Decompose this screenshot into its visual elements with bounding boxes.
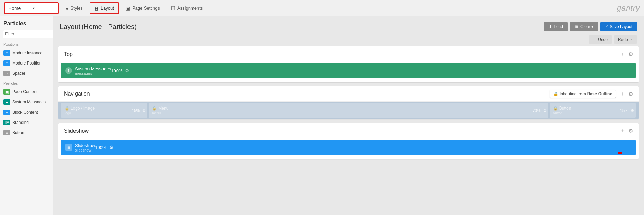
clear-button[interactable]: 🗑 Clear ▾ (570, 22, 598, 31)
system-messages-particle-info: System Messages messages (75, 66, 111, 75)
slideshow-gear-icon[interactable]: ⚙ (109, 145, 114, 150)
nav-col-menu-gear-icon[interactable]: ⚙ (543, 108, 547, 113)
nav-col-menu-percent: 70% (533, 108, 541, 113)
section-navigation-add-button[interactable]: ＋ (620, 90, 626, 98)
redo-button[interactable]: Redo → (614, 35, 637, 44)
section-navigation-settings-button[interactable]: ⚙ (628, 90, 633, 98)
system-messages-gear-icon[interactable]: ⚙ (125, 68, 129, 73)
sidebar-item-page-content[interactable]: ▣ Page Content (0, 87, 53, 97)
module-position-icon: ≡ (3, 60, 10, 66)
sidebar-item-block-content[interactable]: ≡ Block Content (0, 107, 53, 117)
nav-page-settings[interactable]: ▣ Page Settings (122, 2, 164, 14)
section-slideshow-settings-button[interactable]: ⚙ (628, 127, 633, 134)
brand-logo: gantry (617, 4, 640, 13)
slideshow-percent: 100% (95, 145, 106, 150)
layout-icon: ▦ (94, 5, 99, 11)
system-messages-percent: 100% (111, 68, 122, 73)
load-button[interactable]: ⬇ Load (544, 22, 568, 31)
nav-col-button-lock-icon: 🔒 (553, 106, 558, 111)
nav-col-menu[interactable]: 🔒 Menu menu 70% ⚙ (149, 103, 548, 118)
inherit-label: Inheriting from (560, 91, 586, 96)
section-slideshow-header: Slideshow ＋ ⚙ (58, 123, 639, 139)
section-slideshow-actions: ＋ ⚙ (620, 127, 633, 134)
styles-icon: ● (66, 5, 68, 11)
filter-row: 🔍 (0, 29, 53, 40)
chevron-down-icon: ▾ (33, 6, 55, 10)
top-nav: Home ▾ ● Styles ▦ Layout ▣ Page Settings… (0, 0, 644, 16)
slideshow-particle-info: Slideshow slideshow (75, 143, 95, 152)
button-icon: ≡ (3, 130, 10, 135)
sidebar-item-system-messages[interactable]: ● System Messages (0, 97, 53, 107)
nav-col-menu-sub: menu (152, 111, 545, 115)
section-navigation-header: Navigation 🔒 Inheriting from Base Outlin… (58, 86, 639, 102)
nav-assignments[interactable]: ☑ Assignments (167, 2, 207, 14)
sidebar-item-spacer[interactable]: ↔ Spacer (0, 68, 53, 78)
nav-col-logo-title: Logo / Image (71, 106, 95, 111)
nav-assignments-label: Assignments (177, 5, 203, 11)
system-messages-particle[interactable]: ℹ System Messages messages 100% ⚙ (61, 63, 636, 78)
save-layout-button[interactable]: ✓ Save Layout (600, 22, 637, 31)
sidebar-item-button-label: Button (12, 130, 24, 135)
nav-col-logo-percent: 15% (132, 108, 140, 113)
positions-label: Positions (0, 40, 53, 48)
section-navigation-actions: ＋ ⚙ (620, 90, 633, 98)
layout-breadcrumb: (Home - Particles) (82, 23, 137, 30)
search-input[interactable] (3, 30, 53, 38)
system-messages-icon: ● (3, 99, 10, 105)
content-area: Layout (Home - Particles) ⬇ Load 🗑 Clear… (53, 16, 644, 215)
nav-col-button-title: Button (559, 106, 571, 111)
navigation-columns: 🔒 Logo / Image logo 15% ⚙ 🔒 Menu menu 70… (58, 102, 639, 119)
nav-col-logo-gear-icon[interactable]: ⚙ (142, 108, 146, 113)
nav-col-button[interactable]: 🔒 Button button 15% ⚙ (550, 103, 636, 118)
slideshow-particle[interactable]: ▦ Slideshow slideshow 100% ⚙ (61, 140, 636, 155)
section-top-actions: ＋ ⚙ (620, 51, 633, 58)
inherit-bold: Base Outline (587, 91, 612, 96)
section-top-settings-button[interactable]: ⚙ (628, 51, 633, 58)
undo-redo-bar: ← Undo Redo → (53, 35, 644, 46)
sidebar-item-branding[interactable]: TM Branding (0, 117, 53, 128)
outline-dropdown[interactable]: Home ▾ (4, 2, 59, 14)
sidebar-title: Particles (0, 16, 53, 29)
nav-col-button-percent: 15% (620, 108, 628, 113)
section-top-header: Top ＋ ⚙ (58, 46, 639, 62)
page-content-icon: ▣ (3, 89, 10, 95)
page-settings-icon: ▣ (126, 5, 130, 11)
nav-col-button-gear-icon[interactable]: ⚙ (631, 108, 634, 113)
undo-button[interactable]: ← Undo (589, 35, 612, 44)
nav-col-logo-lock-icon: 🔒 (65, 106, 69, 111)
red-arrow-indicator (68, 152, 622, 154)
nav-layout[interactable]: ▦ Layout (90, 2, 119, 14)
branding-icon: TM (3, 120, 10, 125)
section-top-body: ℹ System Messages messages 100% ⚙ (58, 62, 639, 82)
section-slideshow: Slideshow ＋ ⚙ ▦ Slideshow slideshow 100%… (58, 123, 639, 159)
sidebar-item-module-instance[interactable]: ≡ Module Instance (0, 48, 53, 58)
nav-styles-label: Styles (70, 5, 82, 11)
assignments-icon: ☑ (171, 5, 175, 11)
layout-header: Layout (Home - Particles) ⬇ Load 🗑 Clear… (53, 16, 644, 35)
sidebar-item-module-position-label: Module Position (12, 61, 41, 66)
nav-layout-label: Layout (101, 5, 114, 11)
sidebar-item-button[interactable]: ≡ Button (0, 128, 53, 138)
section-slideshow-body: ▦ Slideshow slideshow 100% ⚙ (58, 139, 639, 159)
nav-col-logo[interactable]: 🔒 Logo / Image logo 15% ⚙ (61, 103, 147, 118)
layout-header-buttons: ⬇ Load 🗑 Clear ▾ ✓ Save Layout (544, 22, 637, 31)
sidebar-item-module-position[interactable]: ≡ Module Position (0, 58, 53, 68)
system-messages-particle-icon: ℹ (65, 67, 72, 74)
nav-styles[interactable]: ● Styles (61, 2, 87, 14)
section-slideshow-add-button[interactable]: ＋ (620, 127, 626, 134)
block-content-icon: ≡ (3, 110, 10, 115)
main-container: Particles 🔍 Positions ≡ Module Instance … (0, 16, 644, 215)
inherit-badge: 🔒 Inheriting from Base Outline (550, 90, 616, 98)
trash-icon: 🗑 (575, 24, 579, 29)
sidebar-item-page-content-label: Page Content (12, 89, 37, 94)
load-icon: ⬇ (549, 24, 552, 29)
section-slideshow-title: Slideshow (64, 128, 89, 134)
layout-title-area: Layout (Home - Particles) (60, 23, 137, 31)
sidebar-item-spacer-label: Spacer (12, 71, 25, 76)
sidebar-item-block-content-label: Block Content (12, 110, 38, 115)
nav-col-menu-title: Menu (158, 106, 168, 111)
nav-col-menu-lock-icon: 🔒 (152, 106, 157, 111)
section-top-add-button[interactable]: ＋ (620, 51, 626, 58)
outline-dropdown-label: Home (8, 5, 30, 11)
spacer-icon: ↔ (3, 71, 10, 76)
